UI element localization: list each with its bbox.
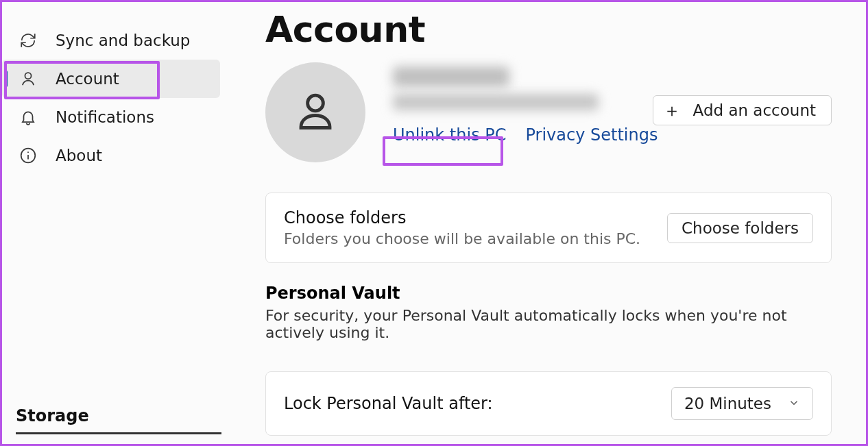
privacy-settings-link[interactable]: Privacy Settings [526, 125, 658, 145]
page-title: Account [265, 9, 832, 50]
sidebar-item-label: Account [56, 70, 119, 88]
sidebar-item-label: About [56, 147, 102, 164]
person-icon [19, 69, 38, 88]
sidebar-item-label: Notifications [56, 108, 154, 126]
account-header: Unlink this PC Privacy Settings ＋ Add an… [265, 62, 832, 162]
add-account-label: Add an account [693, 101, 816, 119]
choose-folders-button[interactable]: Choose folders [667, 213, 813, 243]
avatar [265, 62, 365, 162]
personal-vault-title: Personal Vault [265, 284, 832, 303]
storage-label: Storage [16, 406, 208, 425]
lock-after-label: Lock Personal Vault after: [284, 394, 493, 413]
svg-point-3 [27, 151, 29, 153]
bell-icon [19, 108, 38, 127]
info-icon [19, 146, 38, 165]
personal-vault-lock-card: Lock Personal Vault after: 20 Minutes [265, 371, 832, 436]
settings-window: Sync and backup Account Notifications Ab… [0, 0, 868, 446]
plus-icon: ＋ [663, 101, 681, 119]
lock-after-dropdown[interactable]: 20 Minutes [671, 387, 813, 420]
account-email-redacted [393, 94, 599, 110]
main-panel: Account Unlink this PC Privacy Settings … [221, 2, 866, 444]
add-account-button[interactable]: ＋ Add an account [653, 95, 832, 125]
sidebar-item-label: Sync and backup [56, 32, 190, 49]
choose-folders-title: Choose folders [284, 208, 640, 227]
svg-point-4 [308, 95, 324, 111]
sidebar: Sync and backup Account Notifications Ab… [2, 2, 221, 444]
account-identity: Unlink this PC Privacy Settings [393, 62, 658, 145]
chevron-down-icon [788, 395, 800, 412]
unlink-this-pc-link[interactable]: Unlink this PC [393, 125, 507, 145]
choose-folders-card: Choose folders Folders you choose will b… [265, 193, 832, 263]
sidebar-item-sync-and-backup[interactable]: Sync and backup [2, 21, 220, 60]
sidebar-item-notifications[interactable]: Notifications [2, 98, 220, 136]
sidebar-item-about[interactable]: About [2, 136, 220, 175]
storage-section: Storage [2, 406, 221, 444]
storage-bar [16, 432, 221, 434]
svg-point-0 [25, 73, 31, 79]
account-name-redacted [393, 66, 509, 87]
lock-after-value: 20 Minutes [684, 395, 771, 412]
sync-icon [19, 31, 38, 50]
sidebar-item-account[interactable]: Account [2, 60, 220, 98]
personal-vault-description: For security, your Personal Vault automa… [265, 307, 832, 341]
choose-folders-subtitle: Folders you choose will be available on … [284, 230, 640, 247]
